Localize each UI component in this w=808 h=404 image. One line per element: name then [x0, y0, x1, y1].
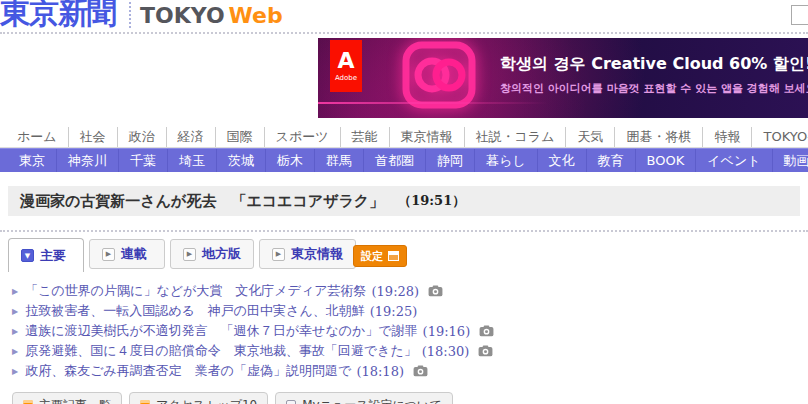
adobe-logo-label: Adobe	[335, 74, 357, 82]
news-time: (18:30)	[422, 344, 470, 359]
breaking-news-time: （19:51）	[398, 192, 465, 210]
tab-marker-icon	[21, 249, 34, 262]
news-list-item[interactable]: ▶ 遺族に渡辺美樹氏が不適切発言 「週休７日が幸せなのか」で謝罪 (19:16)	[12, 321, 800, 341]
footer-tabs: 主要記事一覧 アクセストップ10 Myニュース設定について	[12, 392, 453, 404]
primary-nav-item[interactable]: 特報	[702, 127, 751, 147]
regional-nav-item[interactable]: 首都圏	[363, 149, 425, 172]
ad-subline: 창의적인 아이디어를 마음껏 표현할 수 있는 앱을 경험해 보세요	[500, 81, 800, 96]
footer-tab-label: アクセストップ10	[156, 397, 257, 404]
footer-tab[interactable]: Myニュース設定について	[275, 392, 452, 404]
tokyo-shimbun-logo[interactable]: 東京新聞	[0, 0, 116, 31]
primary-nav-item[interactable]: 芸能	[340, 127, 389, 147]
primary-nav-item[interactable]: 社会	[68, 127, 117, 147]
section-tab[interactable]: 連載	[89, 239, 165, 269]
camera-icon	[413, 365, 428, 377]
settings-button[interactable]: 設定	[353, 245, 407, 267]
list-icon	[23, 400, 33, 404]
creative-cloud-logo-icon	[400, 40, 478, 116]
tab-label: 主要	[40, 247, 66, 265]
tab-row: 主要 連載 地方版 東京情報 設定	[8, 238, 808, 272]
ad-banner[interactable]: A Adobe 학생의 경우 Creative Cloud 60% 할인! 창의…	[318, 38, 808, 118]
news-title: 拉致被害者、一転入国認める 神戸の田中実さん、北朝鮮	[25, 302, 365, 320]
bullet-arrow-icon: ▶	[12, 367, 18, 376]
primary-nav-item[interactable]: 東京情報	[389, 127, 464, 147]
primary-nav-item[interactable]: 経済	[166, 127, 215, 147]
brand-web: Web	[229, 3, 283, 28]
primary-nav-item[interactable]: スポーツ	[264, 127, 340, 147]
news-title: 「この世界の片隅に」などが大賞 文化庁メディア芸術祭	[25, 282, 366, 300]
section-tabs: 主要 連載 地方版 東京情報	[8, 238, 356, 272]
regional-nav-item[interactable]: 埼玉	[167, 149, 216, 172]
ad-text: 학생의 경우 Creative Cloud 60% 할인! 창의적인 아이디어를…	[500, 53, 800, 96]
tab-label: 連載	[121, 245, 147, 263]
header-search-box[interactable]	[791, 5, 808, 25]
news-list-item[interactable]: ▶ 政府、森友ごみ再調査否定 業者の「虚偽」説明問題で (18:18)	[12, 361, 800, 381]
regional-nav-item[interactable]: 栃木	[265, 149, 314, 172]
regional-nav-item[interactable]: イベント	[695, 149, 771, 172]
settings-window-icon	[388, 251, 399, 261]
regional-nav-item[interactable]: 茨城	[216, 149, 265, 172]
primary-nav-item[interactable]: 国際	[215, 127, 264, 147]
tokyo-web-page: 東京新聞 TOKYOWeb A Adobe 학생의 경우 Creative Cl…	[0, 0, 808, 404]
regional-nav-item[interactable]: 東京	[8, 149, 56, 172]
camera-icon	[428, 285, 443, 297]
news-time: (19:16)	[423, 324, 471, 339]
site-header: 東京新聞 TOKYOWeb	[0, 0, 808, 34]
news-list-item[interactable]: ▶ 「この世界の片隅に」などが大賞 文化庁メディア芸術祭 (19:28)	[12, 281, 800, 301]
tab-label: 地方版	[202, 245, 241, 263]
news-time: (19:25)	[370, 304, 418, 319]
footer-tab[interactable]: 主要記事一覧	[12, 392, 122, 404]
news-title: 原発避難、国に４度目の賠償命令 東京地裁、事故「回避できた」	[25, 342, 417, 360]
camera-icon	[478, 345, 493, 357]
regional-nav: 東京 神奈川 千葉 埼玉 茨城 栃木 群馬 首都圏 静岡 暮らし 文化 教育 B…	[0, 148, 808, 172]
logo-divider	[129, 2, 131, 28]
news-list-item[interactable]: ▶ 拉致被害者、一転入国認める 神戸の田中実さん、北朝鮮 (19:25)	[12, 301, 800, 321]
bullet-arrow-icon: ▶	[12, 327, 18, 336]
primary-nav-item[interactable]: 天気	[565, 127, 614, 147]
regional-nav-item[interactable]: 暮らし	[474, 149, 537, 172]
tabs-separator	[0, 230, 808, 232]
footer-tab-label: 主要記事一覧	[39, 397, 111, 404]
tab-marker-icon	[272, 248, 285, 261]
footer-tab-label: Myニュース設定について	[302, 397, 441, 404]
list-icon	[286, 400, 296, 404]
regional-nav-item[interactable]: 群馬	[314, 149, 363, 172]
bullet-arrow-icon: ▶	[12, 347, 18, 356]
primary-nav-item[interactable]: TOKYO発	[751, 127, 808, 147]
news-time: (18:18)	[356, 364, 404, 379]
primary-nav-item[interactable]: 政治	[117, 127, 166, 147]
news-list-item[interactable]: ▶ 原発避難、国に４度目の賠償命令 東京地裁、事故「回避できた」 (18:30)	[12, 341, 800, 361]
settings-button-label: 設定	[361, 249, 383, 264]
header-separator	[0, 32, 808, 34]
regional-nav-item[interactable]: 静岡	[425, 149, 474, 172]
tab-label: 東京情報	[291, 245, 343, 263]
news-title: 遺族に渡辺美樹氏が不適切発言 「週休７日が幸せなのか」で謝罪	[25, 322, 417, 340]
regional-nav-item[interactable]: BOOK	[635, 149, 696, 172]
tokyo-web-wordmark: TOKYOWeb	[140, 2, 283, 30]
tab-marker-icon	[102, 248, 115, 261]
bullet-arrow-icon: ▶	[12, 307, 18, 316]
section-tab[interactable]: 東京情報	[259, 239, 356, 269]
regional-nav-item[interactable]: 教育	[586, 149, 635, 172]
breaking-news-title: 漫画家の古賀新一さんが死去 「エコエコアザラク」	[20, 192, 384, 211]
ad-headline: 학생의 경우 Creative Cloud 60% 할인!	[500, 53, 800, 75]
primary-nav-item[interactable]: 囲碁・将棋	[614, 127, 702, 147]
tab-marker-icon	[183, 248, 196, 261]
breaking-news-bar[interactable]: 漫画家の古賀新一さんが死去 「エコエコアザラク」 （19:51）	[8, 186, 800, 216]
list-icon	[140, 400, 150, 404]
footer-tab[interactable]: アクセストップ10	[129, 392, 268, 404]
regional-nav-item[interactable]: 神奈川	[56, 149, 118, 172]
regional-nav-item[interactable]: 千葉	[118, 149, 167, 172]
regional-nav-item[interactable]: 文化	[537, 149, 586, 172]
adobe-a-glyph: A	[337, 50, 354, 72]
regional-nav-item[interactable]: 動画	[772, 149, 808, 172]
primary-nav-item[interactable]: 社説・コラム	[464, 127, 566, 147]
camera-icon	[479, 325, 494, 337]
adobe-logo: A Adobe	[330, 40, 362, 92]
news-list: ▶ 「この世界の片隅に」などが大賞 文化庁メディア芸術祭 (19:28) ▶ 拉…	[12, 281, 800, 381]
brand-tokyo: TOKYO	[140, 3, 225, 28]
primary-nav-item[interactable]: ホーム	[6, 127, 68, 147]
news-title: 政府、森友ごみ再調査否定 業者の「虚偽」説明問題で	[25, 362, 351, 380]
section-tab[interactable]: 主要	[8, 238, 84, 272]
section-tab[interactable]: 地方版	[170, 239, 254, 269]
